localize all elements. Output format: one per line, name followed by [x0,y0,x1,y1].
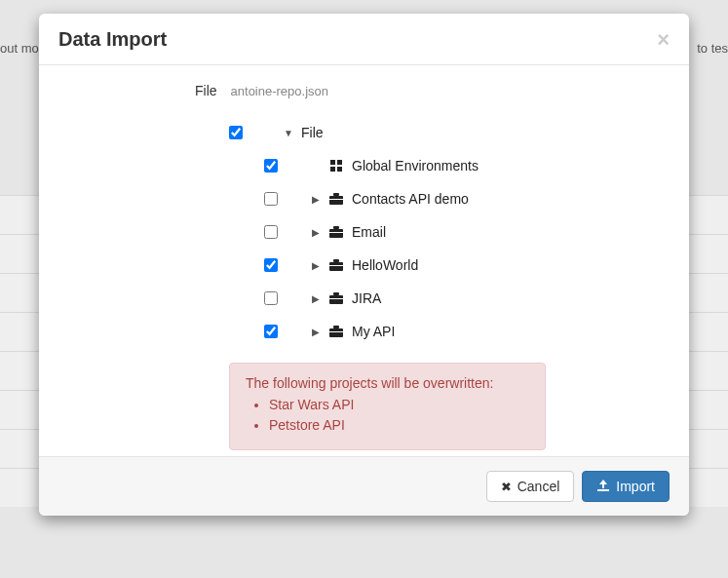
tree-item-contacts-api-demo[interactable]: ▶ Contacts API demo [229,182,542,215]
alert-message: The following projects will be overwritt… [246,375,529,391]
tree-root[interactable]: ▼ File [229,116,542,149]
tree-checkbox[interactable] [264,325,278,338]
caret-right-icon[interactable]: ▶ [311,260,321,271]
briefcase-icon [328,193,344,205]
svg-rect-11 [333,259,339,262]
svg-rect-13 [329,295,343,304]
overwrite-warning: The following projects will be overwritt… [229,363,546,450]
briefcase-icon [328,226,344,238]
tree-item-label: Contacts API demo [352,191,469,207]
svg-rect-4 [329,196,343,205]
tree-checkbox[interactable] [264,258,278,272]
svg-rect-12 [329,265,343,266]
caret-right-icon[interactable]: ▶ [311,227,321,238]
grid-icon [328,160,344,172]
file-label: File [195,83,217,98]
alert-list-item: Star Wars API [269,395,529,415]
svg-rect-15 [329,298,343,299]
svg-rect-16 [329,328,343,337]
modal-title: Data Import [58,28,167,51]
file-row: File antoine-repo.json [195,83,670,98]
svg-rect-1 [337,160,342,165]
svg-rect-5 [333,193,339,196]
backdrop-text-right: to tes [697,41,728,56]
svg-rect-3 [337,167,342,172]
svg-rect-0 [330,160,335,165]
tree-checkbox[interactable] [264,291,278,305]
svg-rect-6 [329,199,343,200]
svg-rect-8 [333,226,339,229]
svg-rect-18 [329,331,343,332]
tree-item-label: Global Environments [352,158,479,173]
tree-root-label: File [301,125,324,140]
tree-item-jira[interactable]: ▶ JIRA [229,282,542,315]
svg-rect-9 [329,232,343,233]
modal-body: File antoine-repo.json ▼ File ▶ Global E… [39,65,689,456]
briefcase-icon [328,326,344,337]
briefcase-icon [328,259,344,271]
upload-icon [596,480,610,493]
svg-rect-10 [329,262,343,271]
tree-checkbox[interactable] [264,192,278,206]
caret-right-icon[interactable]: ▶ [311,327,321,337]
caret-down-icon[interactable]: ▼ [284,128,293,138]
modal-footer: ✖ Cancel Import [39,456,689,516]
tree-item-helloworld[interactable]: ▶ HelloWorld [229,249,542,282]
import-modal: Data Import × File antoine-repo.json ▼ F… [39,14,689,516]
svg-rect-17 [333,326,339,328]
briefcase-icon [328,292,344,304]
tree-checkbox[interactable] [264,159,278,173]
close-icon: ✖ [501,481,512,493]
tree-root-checkbox[interactable] [229,126,243,139]
import-button[interactable]: Import [582,471,670,502]
cancel-button-label: Cancel [517,479,560,494]
caret-right-icon[interactable]: ▶ [311,293,321,304]
cancel-button[interactable]: ✖ Cancel [486,471,575,502]
svg-rect-14 [333,292,339,295]
alert-list: Star Wars API Petstore API [246,395,529,436]
modal-header: Data Import × [39,14,689,65]
tree-checkbox[interactable] [264,225,278,239]
close-icon[interactable]: × [657,29,670,51]
import-button-label: Import [616,479,655,494]
svg-rect-19 [597,489,609,491]
tree-panel[interactable]: ▼ File ▶ Global Environments ▶ [229,116,546,345]
file-name: antoine-repo.json [231,84,328,98]
tree-item-label: Email [352,224,386,240]
tree-item-label: My API [352,324,395,339]
tree-item-my-api[interactable]: ▶ My API [229,315,542,345]
svg-rect-7 [329,229,343,238]
backdrop-text-left: out mor [0,41,43,56]
caret-right-icon[interactable]: ▶ [311,194,321,205]
tree-item-email[interactable]: ▶ Email [229,215,542,249]
tree-item-global-environments[interactable]: ▶ Global Environments [229,149,542,182]
tree-item-label: JIRA [352,290,381,306]
svg-rect-2 [330,167,335,172]
tree-item-label: HelloWorld [352,257,418,273]
alert-list-item: Petstore API [269,415,529,436]
